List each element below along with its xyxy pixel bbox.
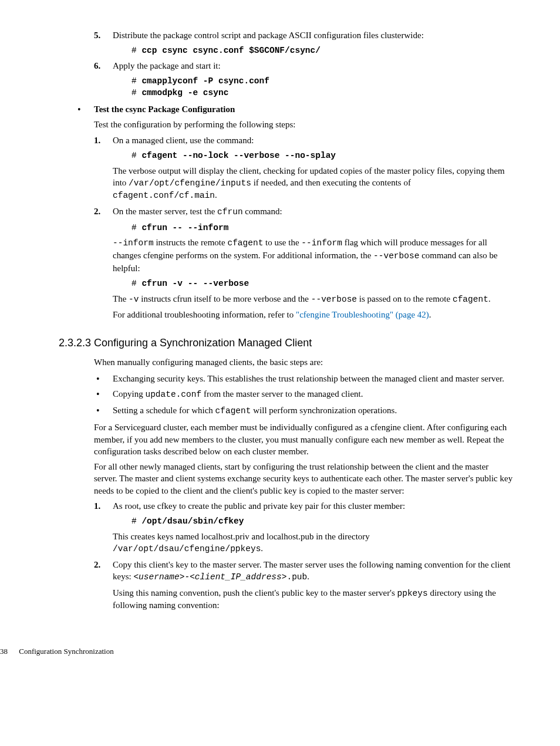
text: .: [307, 572, 309, 581]
text: .: [429, 310, 431, 319]
test-section: Test the csync Package Configuration Tes…: [75, 103, 513, 320]
basic-steps-list: Exchanging security keys. This establish…: [94, 373, 513, 417]
prompt: #: [131, 151, 141, 160]
text: .: [215, 190, 217, 200]
command: cfagent --no-lock --verbose --no-splay: [141, 151, 336, 160]
step-5: 5. Distribute the package control script…: [94, 29, 513, 56]
inline-code: -v: [129, 295, 139, 304]
step-number: 1.: [94, 500, 100, 512]
page-content: 5. Distribute the package control script…: [94, 29, 513, 611]
command: cfrun -v -- --verbose: [141, 279, 249, 288]
inline-code: cfrun: [217, 207, 243, 217]
paragraph: The -v instructs cfrun itself to be more…: [113, 293, 513, 306]
text: is passed on to the remote: [357, 294, 453, 303]
config-steps: 1. As root, use cfkey to create the publ…: [94, 500, 513, 612]
text: Exchanging security keys. This establish…: [113, 374, 504, 383]
text: Copying: [113, 389, 145, 399]
list-item: Setting a schedule for which cfagent wil…: [94, 404, 513, 417]
prompt: #: [131, 46, 141, 55]
section-heading-2323: 2.3.2.3 Configuring a Synchronization Ma…: [59, 336, 513, 350]
paragraph: Using this naming convention, push the c…: [113, 587, 513, 612]
inline-code: --verbose: [373, 251, 419, 261]
step-number: 2.: [94, 559, 100, 571]
config-step-2: 2. Copy this client's key to the master …: [94, 559, 513, 612]
test-step-1: 1. On a managed client, use the command:…: [94, 134, 513, 202]
code-block: # cfagent --no-lock --verbose --no-splay: [131, 150, 513, 161]
step-text: Copy this client's key to the master ser…: [113, 560, 511, 581]
inline-code: update.conf: [145, 390, 201, 399]
step-number: 2.: [94, 205, 100, 217]
text: On the master server, test the: [113, 207, 217, 216]
command: cmmodpkg -e csync: [141, 88, 228, 97]
inline-code: ppkeys: [397, 589, 427, 598]
inline-code: cfagent.conf/cf.main: [113, 191, 215, 200]
step-text: On a managed client, use the command:: [113, 136, 254, 145]
step-text: On the master server, test the cfrun com…: [113, 207, 282, 216]
step-number: 6.: [94, 60, 100, 72]
outer-numbered-list: 5. Distribute the package control script…: [94, 29, 513, 99]
list-item: Copying update.conf from the master serv…: [94, 388, 513, 401]
text: .: [488, 294, 491, 303]
footer-title: Configuration Synchronization: [19, 647, 113, 656]
config-step-1: 1. As root, use cfkey to create the publ…: [94, 500, 513, 555]
step-text: Apply the package and start it:: [113, 61, 221, 70]
text: instructs the remote: [154, 238, 228, 247]
command: /opt/dsau/sbin/cfkey: [141, 517, 244, 526]
inline-code: /var/opt/cfengine/inputs: [129, 178, 251, 188]
text: from the master server to the managed cl…: [201, 389, 363, 399]
step-text: As root, use cfkey to create the public …: [113, 501, 405, 511]
text: The: [113, 294, 129, 303]
inline-code: --inform: [113, 238, 154, 248]
text: Using this naming convention, push the c…: [113, 588, 397, 598]
paragraph: For a Serviceguard cluster, each member …: [94, 421, 513, 457]
inline-code: cfagent: [453, 295, 488, 304]
test-bullet: Test the csync Package Configuration Tes…: [75, 103, 513, 320]
text: For additional troubleshooting informati…: [113, 310, 296, 319]
inline-code: /var/opt/dsau/cfengine/ppkeys: [113, 544, 261, 553]
paragraph: The verbose output will display the clie…: [113, 165, 513, 202]
test-title: Test the csync Package Configuration: [94, 104, 235, 114]
inline-code: --inform: [301, 238, 342, 248]
inline-code: cfagent: [227, 238, 263, 248]
inline-code: .pub: [286, 572, 307, 582]
prompt: #: [131, 88, 141, 97]
test-step-2: 2. On the master server, test the cfrun …: [94, 205, 513, 320]
step-6: 6. Apply the package and start it: # cma…: [94, 60, 513, 99]
paragraph: This creates keys named localhost.priv a…: [113, 531, 513, 555]
text: if needed, and then executing the conten…: [251, 178, 411, 187]
command: ccp csync csync.conf $SGCONF/csync/: [141, 46, 321, 55]
cross-ref-link[interactable]: "cfengine Troubleshooting" (page 42): [296, 310, 429, 319]
text: command:: [243, 207, 282, 216]
page-number: 38: [0, 647, 8, 656]
prompt: #: [131, 223, 141, 232]
code-block: # /opt/dsau/sbin/cfkey: [131, 515, 513, 527]
text: instructs cfrun itself to be more verbos…: [139, 294, 311, 303]
text: .: [261, 544, 263, 553]
text: Setting a schedule for which: [113, 406, 215, 415]
command: cmapplyconf -P csync.conf: [141, 76, 269, 86]
text: will perform synchronization operations.: [251, 406, 397, 415]
section-intro: When manually configuring managed client…: [94, 356, 513, 368]
test-steps: 1. On a managed client, use the command:…: [94, 134, 513, 321]
inline-code: cfagent: [215, 406, 251, 416]
text: This creates keys named localhost.priv a…: [113, 532, 370, 541]
prompt: #: [131, 279, 141, 288]
test-intro: Test the configuration by performing the…: [94, 119, 513, 130]
inline-code-italic: <username>-<client_IP_address>: [133, 572, 286, 582]
page-footer: 38 Configuration Synchronization: [0, 646, 525, 657]
code-block: # cfrun -- --inform: [131, 222, 513, 234]
prompt: #: [131, 76, 141, 86]
code-block: # ccp csync csync.conf $SGCONF/csync/: [131, 45, 513, 56]
step-number: 5.: [94, 29, 100, 41]
step-number: 1.: [94, 134, 100, 146]
prompt: #: [131, 517, 141, 526]
inline-code: --verbose: [311, 295, 357, 304]
paragraph: For all other newly managed clients, sta…: [94, 461, 513, 497]
step-text: Distribute the package control script an…: [113, 31, 424, 40]
text: to use the: [263, 238, 301, 247]
list-item: Exchanging security keys. This establish…: [94, 373, 513, 384]
command: cfrun -- --inform: [141, 223, 228, 232]
paragraph: --inform instructs the remote cfagent to…: [113, 237, 513, 274]
paragraph: For additional troubleshooting informati…: [113, 309, 513, 320]
code-block: # cmapplyconf -P csync.conf # cmmodpkg -…: [131, 75, 513, 99]
